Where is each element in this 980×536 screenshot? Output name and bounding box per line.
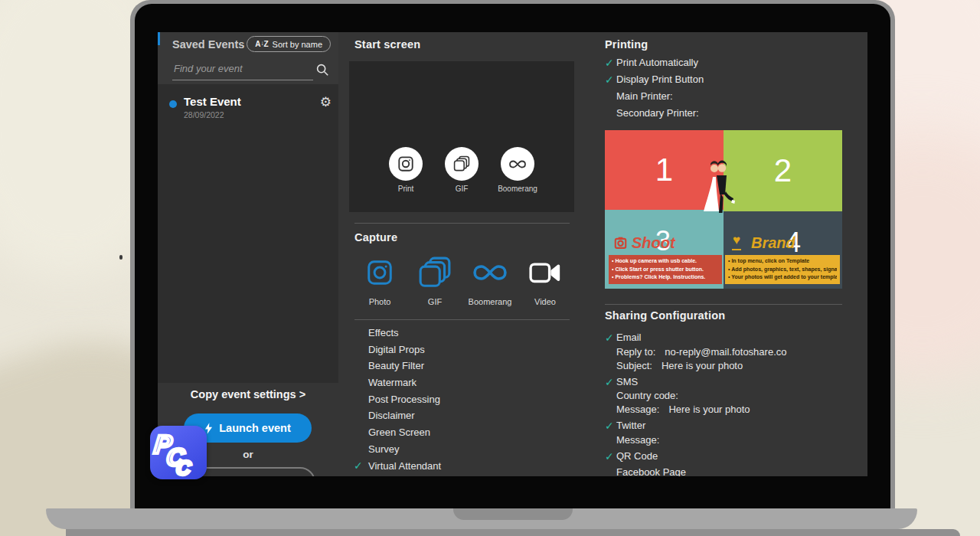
search-icon[interactable] [315, 63, 329, 77]
laptop-base-notch [453, 508, 573, 520]
sharing-option[interactable]: ✓Facebook Page [605, 466, 842, 476]
sharing-field-value: Here is your photo [668, 403, 750, 417]
search-underline [172, 80, 313, 80]
sharing-field-label: Subject: [616, 359, 652, 373]
search-input[interactable] [172, 62, 298, 75]
check-icon: ✓ [605, 71, 616, 88]
app-logo: P C C [150, 426, 207, 479]
sharing-field: Country code: [605, 389, 842, 403]
sharing-option-label: Email [616, 331, 642, 345]
mouse-cursor [119, 255, 122, 260]
check-icon: ✓ [605, 54, 616, 71]
feature-item-watermark[interactable]: Watermark [349, 374, 574, 391]
capture-mode-label: Video [534, 297, 556, 306]
sharing-field-value: no-reply@mail.fotoshare.co [665, 345, 786, 359]
sharing-field: Message: [605, 433, 842, 447]
capture-mode-gif[interactable]: GIF [409, 254, 461, 306]
video-camera-icon [529, 254, 561, 291]
event-list-item[interactable]: Test Event28/09/2022⚙ [158, 93, 338, 127]
sharing-configuration-title: Sharing Configuration [605, 309, 725, 322]
feature-item-disclaimer[interactable]: Disclaimer [349, 407, 574, 424]
capture-mode-video[interactable]: Video [519, 254, 571, 306]
start-button-label: GIF [456, 185, 469, 193]
start-screen-preview[interactable]: PrintGIFBoomerang [349, 61, 574, 212]
capture-mode-label: Photo [369, 297, 391, 306]
divider [605, 304, 842, 305]
start-screen-gif-button[interactable]: GIF [441, 147, 482, 193]
check-icon: ✓ [354, 458, 363, 475]
print-template-preview: 1 2 3 4 Shoot ♥ Brand Hook up cam [605, 130, 842, 289]
feature-item-virtual-attendant[interactable]: ✓Virtual Attendant [349, 458, 574, 475]
laptop-base [46, 508, 917, 529]
template-quadrant-2: 2 [724, 130, 842, 211]
infinity-icon [509, 160, 526, 168]
app-window: Saved Events A↓Z Sort by name Test Event… [158, 32, 867, 476]
sharing-option-label: QR Code [616, 449, 658, 464]
laptop-base-shadow [66, 529, 960, 536]
feature-item-survey[interactable]: Survey [349, 441, 574, 458]
start-screen-title: Start screen [354, 38, 420, 51]
feature-label: Effects [368, 327, 399, 338]
sharing-group-qr-code: ✓QR Code [605, 449, 842, 464]
event-name: Test Event [184, 95, 241, 108]
background: Saved Events A↓Z Sort by name Test Event… [0, 0, 980, 536]
template-number-1: 1 [655, 152, 673, 188]
divider [354, 223, 570, 224]
sharing-options: ✓EmailReply to:no-reply@mail.fotoshare.c… [605, 331, 842, 476]
sharing-option-label: SMS [616, 375, 638, 390]
sharing-group-sms: ✓SMSCountry code:Message:Here is your ph… [605, 375, 842, 417]
feature-label: Green Screen [368, 427, 430, 438]
capture-modes: PhotoGIFBoomerangVideo [354, 254, 571, 306]
sharing-field-label: Message: [616, 403, 659, 417]
infinity-icon [473, 254, 507, 291]
feature-list: EffectsDigital PropsBeauty FilterWaterma… [349, 325, 574, 474]
feature-item-beauty-filter[interactable]: Beauty Filter [349, 358, 574, 374]
sharing-option[interactable]: ✓QR Code [605, 449, 842, 464]
sharing-option[interactable]: ✓Twitter [605, 419, 842, 433]
sharing-field-value: Here is your photo [662, 359, 743, 373]
start-screen-boomerang-button[interactable]: Boomerang [497, 147, 538, 193]
copy-event-settings-link[interactable]: Copy event settings > [158, 388, 338, 400]
printing-sharing-column: Printing ✓Print Automatically✓Display Pr… [605, 32, 842, 476]
printing-option[interactable]: ✓Main Printer: [605, 88, 842, 105]
check-icon: ✓ [605, 449, 616, 464]
printing-title: Printing [605, 38, 648, 51]
brand-instructions: In top menu, click on Template Add photo… [725, 255, 840, 284]
feature-item-digital-props[interactable]: Digital Props [349, 342, 574, 358]
check-icon: ✓ [605, 419, 616, 433]
sharing-field-label: Reply to: [616, 345, 655, 359]
camera-icon [366, 254, 394, 291]
start-button-label: Print [398, 185, 414, 193]
sort-az-icon: A↓Z [255, 40, 268, 48]
launch-event-label: Launch event [219, 422, 290, 434]
wedding-couple-illustration [701, 156, 735, 217]
printing-option-label: Display Print Button [616, 71, 704, 88]
printing-option[interactable]: ✓Print Automatically [605, 54, 842, 71]
sharing-field: Message:Here is your photo [605, 403, 842, 417]
event-status-dot [169, 100, 177, 108]
start-screen-print-button[interactable]: Print [385, 147, 426, 193]
printing-option-label: Print Automatically [616, 54, 698, 71]
feature-item-post-processing[interactable]: Post Processing [349, 391, 574, 408]
sharing-option[interactable]: ✓Email [605, 331, 842, 345]
printing-option[interactable]: ✓Secondary Printer: [605, 105, 842, 122]
printing-option-label: Main Printer: [616, 88, 673, 105]
sidebar: Saved Events A↓Z Sort by name Test Event… [158, 32, 338, 476]
feature-item-effects[interactable]: Effects [349, 325, 574, 342]
saved-events-title: Saved Events [172, 38, 244, 51]
svg-text:C: C [175, 456, 193, 479]
event-settings-gear-icon[interactable]: ⚙ [320, 96, 332, 109]
capture-mode-label: GIF [428, 297, 442, 306]
capture-title: Capture [354, 231, 397, 243]
capture-mode-boomerang[interactable]: Boomerang [464, 254, 516, 306]
sharing-option[interactable]: ✓SMS [605, 375, 842, 390]
event-list: Test Event28/09/2022⚙ [158, 84, 338, 383]
sort-by-name-button[interactable]: A↓Z Sort by name [247, 36, 331, 52]
sharing-group-email: ✓EmailReply to:no-reply@mail.fotoshare.c… [605, 331, 842, 373]
printing-option[interactable]: ✓Display Print Button [605, 71, 842, 88]
heart-icon: ♥ [732, 233, 741, 250]
capture-mode-photo[interactable]: Photo [354, 254, 406, 306]
feature-item-green-screen[interactable]: Green Screen [349, 424, 574, 441]
printing-option-label: Secondary Printer: [616, 105, 699, 122]
sharing-option-label: Facebook Page [616, 466, 686, 476]
